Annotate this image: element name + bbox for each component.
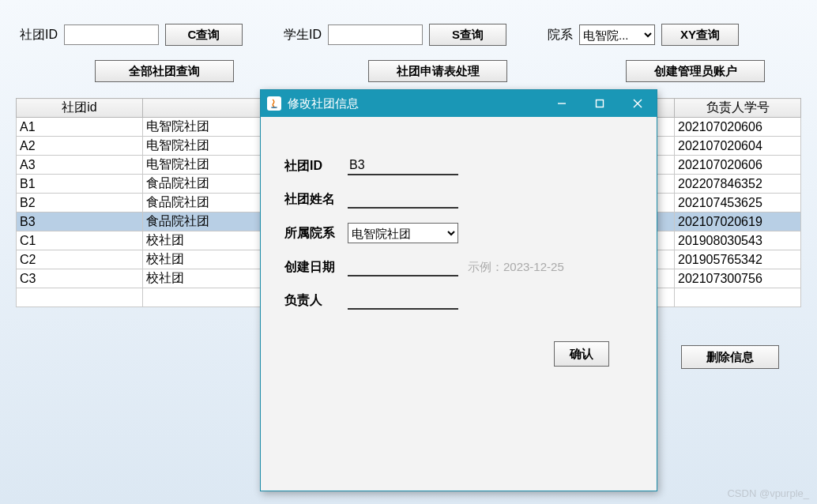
form-club-name-label: 社团姓名 [284,191,348,208]
table-cell: C2 [17,250,143,269]
student-id-label: 学生ID [284,27,322,43]
table-cell: A3 [17,156,143,175]
filter-bar: 社团ID C查询 学生ID S查询 院系 电智院... XY查询 [0,0,817,54]
xy-query-button[interactable]: XY查询 [661,24,739,46]
table-cell: B1 [17,175,143,194]
form-dept-select[interactable]: 电智院社团 [348,223,458,243]
confirm-button[interactable]: 确认 [554,341,609,367]
table-cell: C3 [17,269,143,288]
form-club-id-input[interactable] [348,156,458,175]
create-admin-button[interactable]: 创建管理员账户 [626,60,765,82]
table-cell: 202107020606 [675,156,801,175]
table-cell: A2 [17,137,143,156]
table-cell: 201908030543 [675,231,801,250]
form-create-date-label: 创建日期 [284,259,348,276]
table-cell: A1 [17,118,143,137]
form-dept-label: 所属院系 [284,225,348,242]
dept-label: 院系 [548,27,573,43]
create-date-hint: 示例：2023-12-25 [468,260,564,275]
edit-club-dialog: 修改社团信息 社团ID 社团姓名 所属院系 电智院社团 创建日期 示例：2023… [260,89,657,491]
dialog-body: 社团ID 社团姓名 所属院系 电智院社团 创建日期 示例：2023-12-25 … [261,117,657,382]
table-cell: 202107300756 [675,269,801,288]
club-id-input[interactable] [64,24,159,45]
application-process-button[interactable]: 社团申请表处理 [368,60,507,82]
table-cell: 202107453625 [675,194,801,213]
minimize-button[interactable] [543,90,581,117]
table-cell: C1 [17,231,143,250]
form-leader-label: 负责人 [284,292,348,309]
s-query-button[interactable]: S查询 [429,24,506,46]
form-club-name-input[interactable] [348,190,458,209]
all-clubs-button[interactable]: 全部社团查询 [95,60,234,82]
table-cell: 202107020606 [675,118,801,137]
table-cell [675,288,801,307]
form-create-date-input[interactable] [348,258,458,276]
window-controls [543,90,657,117]
table-cell: B2 [17,194,143,213]
col-club-id: 社团id [17,99,143,118]
svg-point-0 [271,107,277,108]
table-cell: B3 [17,213,143,231]
watermark: CSDN @vpurple_ [727,487,809,499]
table-cell: 201905765342 [675,250,801,269]
table-cell [17,288,143,307]
dialog-title-bar[interactable]: 修改社团信息 [261,90,657,117]
student-id-input[interactable] [328,24,423,45]
svg-rect-2 [597,100,604,107]
delete-info-button[interactable]: 删除信息 [681,345,779,369]
table-cell: 202107020604 [675,137,801,156]
form-leader-input[interactable] [348,291,458,310]
close-button[interactable] [619,90,657,117]
java-icon [267,96,281,111]
maximize-button[interactable] [581,90,619,117]
dept-select[interactable]: 电智院... [579,24,655,45]
form-club-id-label: 社团ID [284,158,348,175]
c-query-button[interactable]: C查询 [165,24,243,46]
dialog-title-text: 修改社团信息 [288,96,359,111]
table-cell: 202107020619 [675,213,801,231]
table-cell: 202207846352 [675,175,801,194]
club-id-label: 社团ID [20,27,58,43]
col-leader-id: 负责人学号 [675,99,801,118]
